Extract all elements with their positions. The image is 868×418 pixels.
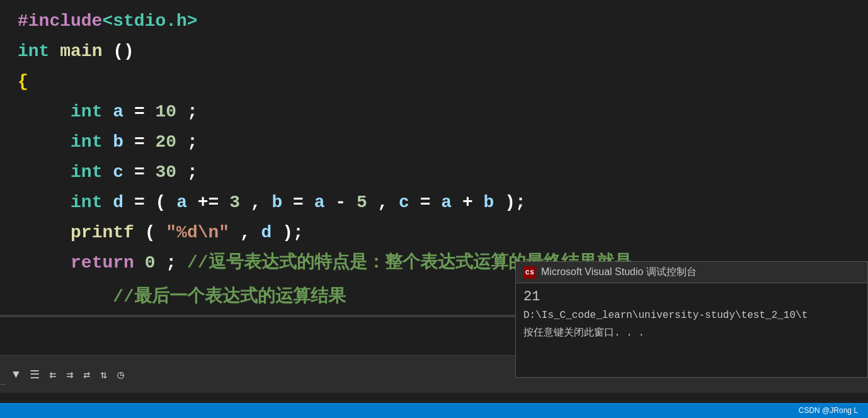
token: int (71, 102, 102, 121)
token: //最后一个表达式的运算结果 (113, 287, 346, 307)
token: += (198, 193, 229, 212)
token: c (113, 162, 123, 182)
status-text: CSDN @JRong L (799, 406, 858, 415)
console-output-path: D:\Is_C_code_learn\university-study\test… (523, 307, 860, 324)
token (18, 132, 60, 152)
dropdown-icon[interactable]: ▼ (13, 368, 20, 381)
token: printf (71, 223, 134, 242)
token: a (314, 193, 325, 212)
token: a (113, 102, 123, 121)
token: 30 (156, 162, 177, 182)
code-line-1: #include<stdio.h> (0, 6, 868, 37)
token: <stdio.h> (102, 11, 197, 31)
token: ; (187, 132, 198, 152)
console-title-bar: cs Microsoft Visual Studio 调试控制台 (516, 262, 867, 283)
token: return (71, 253, 134, 273)
history-icon[interactable]: ◷ (117, 368, 124, 381)
token: "%d\n" (166, 223, 229, 242)
token: , (251, 193, 272, 212)
token: = (420, 193, 442, 212)
code-line-5: int b = 20 ; (0, 127, 868, 157)
token: = (293, 193, 314, 212)
token (18, 223, 60, 242)
code-content-8: printf ( "%d\n" , d ); (13, 218, 868, 248)
token: ; (187, 162, 198, 182)
token: 5 (357, 193, 367, 212)
token: () (113, 42, 134, 61)
code-content-3: { (13, 67, 868, 97)
token: ); (505, 193, 526, 212)
token: int (18, 42, 49, 61)
token: ; (187, 102, 198, 121)
token: main (60, 42, 102, 61)
token: a (176, 193, 187, 212)
token: int (71, 162, 102, 182)
token: + (462, 193, 484, 212)
token: c (399, 193, 409, 212)
token (18, 253, 60, 273)
token: a (441, 193, 452, 212)
token: #include (18, 11, 102, 31)
token: , (378, 193, 399, 212)
code-content-1: #include<stdio.h> (13, 6, 868, 37)
token: 10 (156, 102, 177, 121)
indent-left-icon[interactable]: ⇇ (50, 368, 57, 381)
token: ; (166, 253, 176, 273)
code-line-3: { (0, 67, 868, 97)
output-hint: 按任意键关闭此窗口. . . (523, 327, 644, 339)
code-line-2: int main () (0, 37, 868, 67)
token (18, 162, 60, 182)
token: = (134, 162, 156, 182)
token: = ( (134, 193, 166, 212)
vs-icon: cs (523, 266, 536, 279)
code-content-2: int main () (13, 37, 868, 67)
token: d (113, 193, 123, 212)
console-body: 21 D:\Is_C_code_learn\university-study\t… (516, 283, 867, 347)
token: = (134, 132, 156, 152)
token: b (271, 193, 282, 212)
dash-indicator: — (0, 379, 6, 390)
code-content-7: int d = ( a += 3 , b = a - 5 , c = a + b… (13, 188, 868, 218)
code-line-6: int c = 30 ; (0, 157, 868, 188)
status-bar: CSDN @JRong L (0, 403, 868, 418)
output-number: 21 (523, 289, 540, 305)
token (18, 287, 102, 307)
console-output-hint: 按任意键关闭此窗口. . . (523, 324, 860, 342)
token (18, 193, 60, 212)
console-title: Microsoft Visual Studio 调试控制台 (541, 266, 697, 279)
code-line-4: int a = 10 ; (0, 97, 868, 127)
token: 0 (145, 253, 156, 273)
token: = (134, 102, 156, 121)
output-path: D:\Is_C_code_learn\university-study\test… (523, 310, 808, 321)
indent-right-icon[interactable]: ⇉ (67, 368, 74, 381)
token: , (240, 223, 261, 242)
code-content-5: int b = 20 ; (13, 127, 868, 157)
token: int (71, 193, 102, 212)
token: b (484, 193, 494, 212)
indent-icon[interactable]: ☰ (30, 368, 40, 381)
token: ( (145, 223, 156, 242)
token: - (335, 193, 357, 212)
token: 3 (229, 193, 240, 212)
token: 20 (156, 132, 177, 152)
align-icon[interactable]: ⇄ (84, 368, 91, 381)
token (18, 102, 60, 121)
console-window: cs Microsoft Visual Studio 调试控制台 21 D:\I… (515, 261, 868, 378)
code-line-7: int d = ( a += 3 , b = a - 5 , c = a + b… (0, 188, 868, 218)
code-content-4: int a = 10 ; (13, 97, 868, 127)
vs-icon-label: cs (525, 268, 534, 277)
token: ); (282, 223, 304, 242)
code-line-8: printf ( "%d\n" , d ); (0, 218, 868, 248)
console-output-number: 21 (523, 288, 860, 307)
token: d (261, 223, 272, 242)
token: { (18, 72, 28, 91)
token: b (113, 132, 123, 152)
code-content-6: int c = 30 ; (13, 157, 868, 188)
swap-icon[interactable]: ⇅ (100, 368, 107, 381)
token: int (71, 132, 102, 152)
